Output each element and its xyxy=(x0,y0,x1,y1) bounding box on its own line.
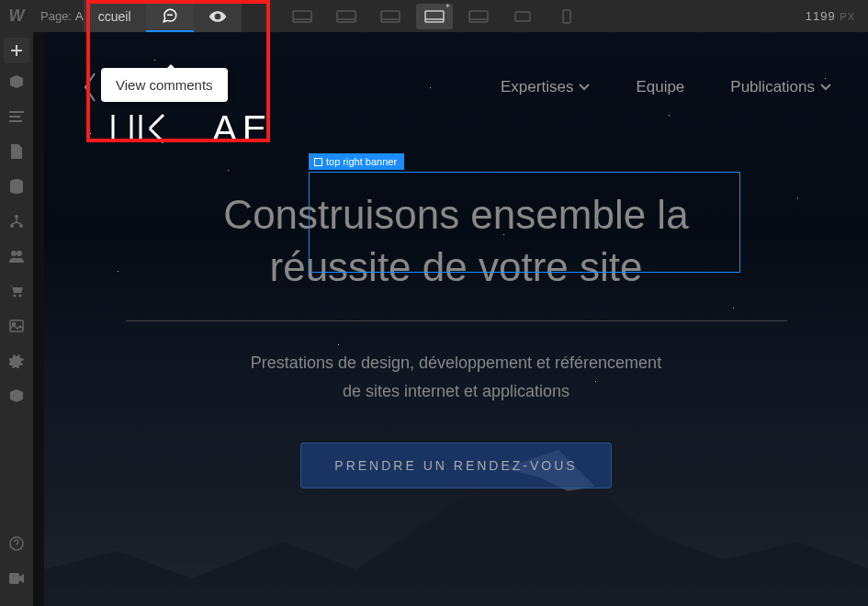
breakpoint-tablet[interactable] xyxy=(460,4,497,29)
sidebar-cms[interactable] xyxy=(0,170,33,203)
svg-rect-14 xyxy=(9,111,24,113)
page-icon xyxy=(11,144,22,159)
nav-expertises[interactable]: Expertises xyxy=(501,78,590,96)
hero-subtitle: Prestations de design, développement et … xyxy=(81,349,831,405)
cta-label: PRENDRE UN RENDEZ-VOUS xyxy=(334,458,577,473)
nav-publications[interactable]: Publications xyxy=(730,78,831,96)
breakpoint-xl-3[interactable] xyxy=(372,4,409,29)
breakpoint-switcher xyxy=(284,0,585,32)
page-tab-label: ccueil xyxy=(98,9,131,24)
sidebar-pages[interactable] xyxy=(0,135,33,168)
sidebar-structure[interactable] xyxy=(0,205,33,238)
plus-icon xyxy=(10,44,23,57)
gear-icon xyxy=(9,354,24,368)
webflow-logo[interactable]: W xyxy=(0,0,33,32)
site-content: CE Expertises Equipe Publications xyxy=(44,32,868,516)
canvas-area: CE Expertises Equipe Publications xyxy=(33,32,868,606)
image-icon xyxy=(9,320,24,332)
hero-line1: Construisons ensemble la xyxy=(223,192,688,237)
video-button[interactable] xyxy=(0,562,33,595)
sidebar-bottom xyxy=(0,527,33,597)
sidebar-navigator[interactable] xyxy=(0,100,33,133)
svg-rect-13 xyxy=(563,10,570,23)
users-icon xyxy=(9,250,24,263)
svg-rect-4 xyxy=(337,11,355,22)
preview-tab[interactable] xyxy=(194,0,242,32)
design-canvas[interactable]: CE Expertises Equipe Publications xyxy=(44,32,868,606)
left-sidebar xyxy=(0,32,33,606)
comments-tab[interactable] xyxy=(146,0,194,32)
cta-button[interactable]: PRENDRE UN RENDEZ-VOUS xyxy=(300,443,611,488)
svg-point-1 xyxy=(216,15,219,17)
nav-expertises-label: Expertises xyxy=(501,78,573,96)
nav-links: Expertises Equipe Publications xyxy=(501,78,831,96)
svg-rect-8 xyxy=(425,11,444,22)
nav-publications-label: Publications xyxy=(730,78,815,96)
breakpoint-xl-1[interactable] xyxy=(284,4,321,29)
hero-title: Construisons ensemble la réussite de vot… xyxy=(126,188,787,321)
sidebar-ecommerce[interactable] xyxy=(0,275,33,308)
svg-rect-28 xyxy=(9,573,19,584)
comment-icon xyxy=(162,7,178,24)
chevron-down-icon xyxy=(820,84,831,91)
hero-line2: réussite de votre site xyxy=(270,244,643,289)
svg-rect-6 xyxy=(381,11,400,22)
hero-section: Construisons ensemble la réussite de vot… xyxy=(81,188,831,488)
svg-rect-10 xyxy=(469,11,488,22)
sidebar-users[interactable] xyxy=(0,240,33,273)
svg-point-23 xyxy=(14,295,17,297)
width-unit: PX xyxy=(840,11,855,22)
nav-equipe-label: Equipe xyxy=(636,78,684,96)
svg-rect-15 xyxy=(9,116,20,118)
breakpoint-xl-2[interactable] xyxy=(328,4,365,29)
svg-rect-12 xyxy=(515,12,530,21)
database-icon xyxy=(10,179,23,194)
add-element-button[interactable] xyxy=(4,38,29,63)
hero-sub-line1: Prestations de design, développement et … xyxy=(251,354,661,372)
breakpoint-mobile-landscape[interactable] xyxy=(504,4,541,29)
page-tab[interactable]: ccueil xyxy=(84,0,146,32)
nav-equipe[interactable]: Equipe xyxy=(636,78,684,96)
cube2-icon xyxy=(9,388,24,403)
cube-icon xyxy=(9,74,24,89)
svg-point-20 xyxy=(19,224,23,228)
navigator-icon xyxy=(9,111,24,122)
video-icon xyxy=(9,573,24,584)
sidebar-settings[interactable] xyxy=(0,344,33,377)
svg-point-21 xyxy=(11,251,17,256)
sidebar-apps[interactable] xyxy=(0,379,33,412)
cart-icon xyxy=(9,285,24,297)
help-icon xyxy=(9,536,24,551)
code-bracket-icon xyxy=(108,110,191,147)
sidebar-assets[interactable] xyxy=(0,309,33,342)
breakpoint-mobile-portrait[interactable] xyxy=(548,4,585,29)
top-tool-group: ccueil xyxy=(84,0,242,32)
svg-point-18 xyxy=(15,215,18,219)
eye-icon xyxy=(209,7,227,26)
page-label: Page: xyxy=(40,9,72,23)
page-name-letter: A xyxy=(75,9,84,23)
svg-rect-2 xyxy=(293,11,311,22)
svg-point-19 xyxy=(10,224,14,228)
view-comments-tooltip: View comments xyxy=(101,68,228,102)
designer-topbar: W Page: A ccueil 1199 PX xyxy=(0,0,868,32)
logo-frame-fragment: AE xyxy=(108,106,272,150)
breakpoint-desktop-base[interactable] xyxy=(416,4,453,29)
help-button[interactable] xyxy=(0,527,33,560)
tooltip-text: View comments xyxy=(116,77,213,93)
logo-fragment-text: AE xyxy=(212,108,272,149)
svg-point-24 xyxy=(19,295,22,297)
svg-rect-16 xyxy=(9,120,22,122)
structure-icon xyxy=(9,214,24,229)
chevron-down-icon xyxy=(579,84,590,91)
sidebar-box-icon[interactable] xyxy=(0,65,33,98)
width-value: 1199 xyxy=(806,9,836,23)
svg-point-22 xyxy=(17,251,22,256)
canvas-width-display[interactable]: 1199 PX xyxy=(806,9,855,23)
hero-sub-line2: de sites internet et applications xyxy=(343,382,569,400)
